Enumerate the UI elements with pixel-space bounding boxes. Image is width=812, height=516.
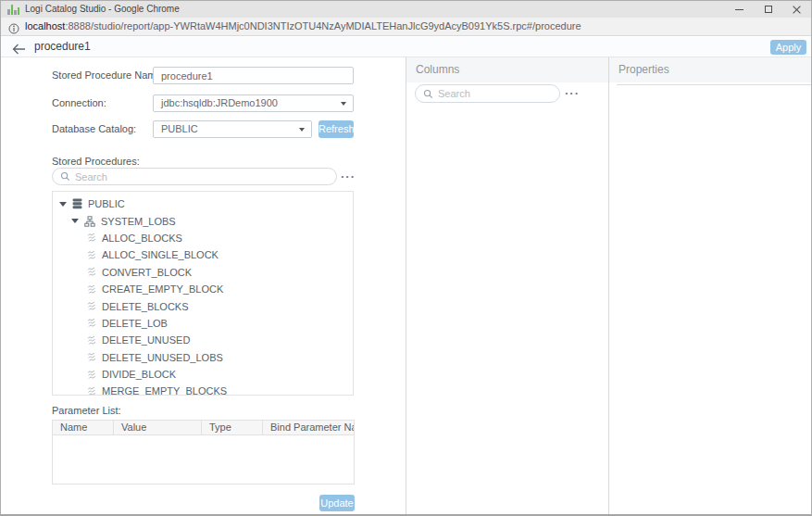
procedure-icon <box>86 318 96 328</box>
tree-item-procedure[interactable]: DIVIDE_BLOCK <box>53 366 353 383</box>
tree-item-label: CREATE_EMPTY_BLOCK <box>102 283 223 295</box>
tree-item-procedure[interactable]: DELETE_BLOCKS <box>53 297 353 314</box>
properties-panel-header: Properties <box>609 57 811 82</box>
tree-item-procedure[interactable]: CREATE_EMPTY_BLOCK <box>53 281 353 297</box>
properties-divider <box>617 84 811 85</box>
tree-item-procedure[interactable]: DELETE_LOB <box>53 315 353 332</box>
tree-item-label: CONVERT_BLOCK <box>102 267 192 278</box>
parameter-table-body <box>53 435 354 484</box>
procedures-search-input[interactable] <box>75 171 336 182</box>
minimize-button[interactable] <box>725 1 754 18</box>
tree-item-label: DELETE_BLOCKS <box>102 301 189 312</box>
app-header: procedure1 Apply <box>1 37 811 57</box>
stored-procedure-name-label: Stored Procedure Name: <box>52 67 165 84</box>
maximize-icon <box>765 6 772 13</box>
maximize-button[interactable] <box>754 1 782 18</box>
tree-item-catalog[interactable]: PUBLIC <box>53 195 353 212</box>
procedure-editor-pane: Stored Procedure Name: Connection: jdbc:… <box>1 57 406 514</box>
tree-item-label: DELETE_UNUSED_LOBS <box>102 352 223 363</box>
update-button[interactable]: Update <box>319 495 355 511</box>
close-button[interactable] <box>782 1 811 18</box>
columns-panel-title: Columns <box>416 57 459 82</box>
database-icon <box>72 198 82 209</box>
columns-search-options-button[interactable]: ··· <box>565 84 580 102</box>
procedure-icon <box>86 352 96 362</box>
tree-item-label: DELETE_UNUSED <box>102 334 190 346</box>
schema-hierarchy-icon <box>84 216 95 227</box>
tree-item-label: DIVIDE_BLOCK <box>102 369 176 380</box>
column-header-name: Name <box>53 421 114 434</box>
procedures-search-options-button[interactable]: ··· <box>341 168 356 185</box>
tree-item-procedure[interactable]: CONVERT_BLOCK <box>53 264 353 281</box>
tree-item-procedure[interactable]: MERGE_EMPTY_BLOCKS <box>53 383 353 396</box>
procedure-icon <box>86 267 96 277</box>
browser-window: Logi Catalog Studio - Google Chrome loca… <box>0 0 812 516</box>
procedure-icon <box>86 335 96 346</box>
url-host: localhost <box>25 20 65 31</box>
columns-panel: Columns ··· <box>406 57 608 514</box>
database-catalog-select[interactable]: PUBLIC <box>153 120 312 138</box>
tree-item-procedure[interactable]: ALLOC_SINGLE_BLOCK <box>53 246 353 263</box>
parameter-list-label: Parameter List: <box>52 402 121 420</box>
connection-select[interactable]: jdbc:hsqldb:JRDemo1900 <box>153 94 354 112</box>
tree-item-label: DELETE_LOB <box>102 318 168 329</box>
caret-down-icon[interactable] <box>71 219 79 223</box>
database-catalog-value: PUBLIC <box>161 123 198 134</box>
url-path: :8888/studio/report/app-YWRtaW4HMjc0NDI3… <box>65 20 581 31</box>
chevron-down-icon <box>341 102 346 106</box>
tree-item-procedure[interactable]: ALLOC_BLOCKS <box>53 230 353 246</box>
window-title: Logi Catalog Studio - Google Chrome <box>25 1 180 18</box>
columns-panel-header: Columns <box>406 57 608 82</box>
connection-label: Connection: <box>52 94 106 112</box>
procedure-icon <box>86 386 96 396</box>
minimize-icon <box>735 9 743 10</box>
column-header-value: Value <box>114 421 202 434</box>
apply-button[interactable]: Apply <box>770 40 806 55</box>
properties-panel: Properties <box>609 57 811 514</box>
stored-procedure-name-input[interactable] <box>153 67 354 84</box>
logi-logo-icon <box>7 4 19 15</box>
columns-search-input[interactable] <box>438 88 559 99</box>
tree-item-label: SYSTEM_LOBS <box>101 216 176 227</box>
column-header-bind-parameter-name: Bind Parameter Name <box>263 421 354 434</box>
address-bar[interactable]: localhost:8888/studio/report/app-YWRtaW4… <box>1 18 811 36</box>
tree-item-label: ALLOC_SINGLE_BLOCK <box>102 249 219 260</box>
url-text[interactable]: localhost:8888/studio/report/app-YWRtaW4… <box>25 18 581 36</box>
tree-item-label: ALLOC_BLOCKS <box>102 233 182 244</box>
columns-search-box[interactable] <box>415 84 560 103</box>
window-titlebar: Logi Catalog Studio - Google Chrome <box>1 1 811 18</box>
procedure-icon <box>86 301 96 311</box>
column-header-type: Type <box>202 421 263 434</box>
page-title: procedure1 <box>34 37 91 57</box>
procedure-icon <box>86 284 96 295</box>
caret-down-icon[interactable] <box>59 202 67 207</box>
tree-item-schema[interactable]: SYSTEM_LOBS <box>53 212 353 229</box>
procedure-icon <box>86 250 96 260</box>
close-icon <box>793 6 801 14</box>
search-icon <box>60 171 70 182</box>
tree-item-label: MERGE_EMPTY_BLOCKS <box>102 385 227 396</box>
chevron-down-icon <box>299 128 305 132</box>
connection-value: jdbc:hsqldb:JRDemo1900 <box>161 97 278 108</box>
tree-item-label: PUBLIC <box>88 198 125 209</box>
tree-item-procedure[interactable]: DELETE_UNUSED_LOBS <box>53 349 353 366</box>
main-content: Stored Procedure Name: Connection: jdbc:… <box>1 57 811 514</box>
refresh-button[interactable]: Refresh <box>319 120 354 138</box>
parameter-table-header: Name Value Type Bind Parameter Name <box>53 421 354 435</box>
stored-procedures-tree: PUBLIC SYSTEM_LOBS ALLOC_BLOCKS ALLOC_SI… <box>52 191 354 396</box>
procedure-icon <box>86 233 96 243</box>
procedure-icon <box>86 370 96 380</box>
procedures-search-box[interactable] <box>52 168 337 185</box>
tree-item-procedure[interactable]: DELETE_UNUSED <box>53 332 353 348</box>
back-button[interactable] <box>12 42 27 53</box>
search-icon <box>423 89 433 99</box>
page-info-icon[interactable] <box>8 21 19 38</box>
parameter-table: Name Value Type Bind Parameter Name <box>52 420 355 485</box>
database-catalog-label: Database Catalog: <box>52 120 136 138</box>
properties-panel-title: Properties <box>618 57 669 82</box>
